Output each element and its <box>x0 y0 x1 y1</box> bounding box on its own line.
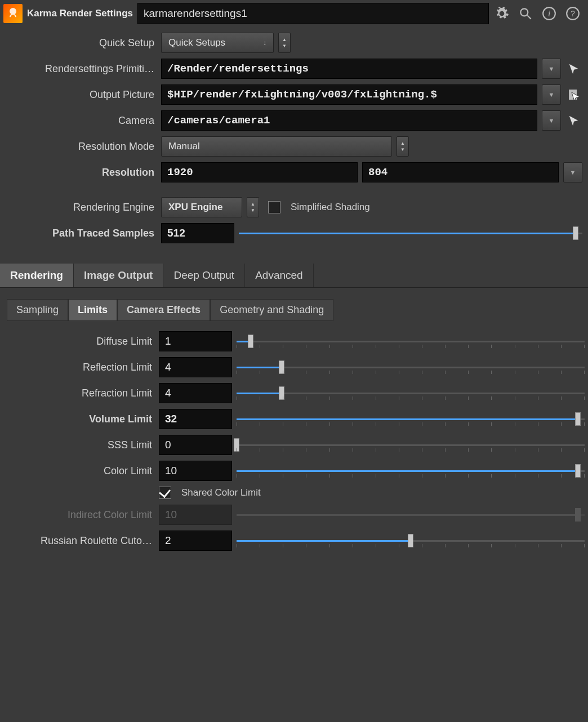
reflection-limit-slider[interactable] <box>237 357 585 377</box>
help-icon[interactable]: ? <box>564 5 581 22</box>
color-limit-slider[interactable] <box>237 461 585 481</box>
russian-roulette-input[interactable] <box>159 531 232 551</box>
resolution-preset-menu[interactable]: ▼ <box>563 162 582 182</box>
tab-deep-output[interactable]: Deep Output <box>163 264 245 287</box>
resolution-x-input[interactable] <box>161 162 358 182</box>
indirect-color-limit-input <box>159 505 232 525</box>
resolution-mode-label: Resolution Mode <box>6 141 157 153</box>
camera-input[interactable] <box>161 110 537 131</box>
subtab-camera-effects[interactable]: Camera Effects <box>117 299 210 321</box>
resolution-mode-value: Manual <box>168 141 200 152</box>
subtab-limits[interactable]: Limits <box>68 299 117 321</box>
tab-image-output[interactable]: Image Output <box>74 264 163 287</box>
output-picture-menu[interactable]: ▼ <box>542 84 561 105</box>
reflection-limit-input[interactable] <box>159 357 232 377</box>
quick-setup-spinner[interactable] <box>278 33 291 53</box>
volume-limit-input[interactable] <box>159 409 232 429</box>
path-traced-input[interactable] <box>161 223 234 243</box>
info-icon[interactable]: i <box>541 5 558 22</box>
chevron-down-icon: ↓ <box>263 39 266 47</box>
russian-roulette-slider[interactable] <box>237 531 585 551</box>
subtab-sampling[interactable]: Sampling <box>7 299 68 321</box>
path-traced-label: Path Traced Samples <box>6 228 157 239</box>
refraction-limit-slider[interactable] <box>237 383 585 403</box>
diffuse-limit-slider[interactable] <box>237 331 585 351</box>
tab-advanced[interactable]: Advanced <box>245 264 314 287</box>
rendering-engine-spinner[interactable] <box>247 197 259 217</box>
camera-menu[interactable]: ▼ <box>542 110 561 131</box>
limits-panel: Diffuse Limit Reflection Limit Refractio… <box>0 329 588 573</box>
svg-text:?: ? <box>571 9 575 18</box>
quick-setup-value: Quick Setups <box>168 37 225 48</box>
main-tabs: Rendering Image Output Deep Output Advan… <box>0 264 588 288</box>
volume-limit-slider[interactable] <box>237 409 585 429</box>
volume-limit-label: Volume Limit <box>3 413 154 425</box>
resolution-mode-dropdown[interactable]: Manual <box>161 136 392 157</box>
quick-setup-dropdown[interactable]: Quick Setups ↓ <box>161 33 274 53</box>
diffuse-limit-label: Diffuse Limit <box>3 336 154 347</box>
rendering-engine-dropdown[interactable]: XPU Engine <box>161 197 242 217</box>
rendersettings-prim-input[interactable] <box>161 59 537 79</box>
simplified-shading-checkbox[interactable] <box>268 201 280 213</box>
diffuse-limit-input[interactable] <box>159 331 232 351</box>
sss-limit-label: SSS Limit <box>3 439 154 451</box>
sss-limit-slider[interactable] <box>237 435 585 455</box>
resolution-y-input[interactable] <box>362 162 559 182</box>
sss-limit-input[interactable] <box>159 435 232 455</box>
select-camera-arrow-icon[interactable] <box>565 112 582 129</box>
svg-line-1 <box>527 15 531 19</box>
gear-icon[interactable] <box>493 5 510 22</box>
rendering-engine-label: Rendering Engine <box>6 202 157 213</box>
shared-color-limit-checkbox[interactable] <box>159 487 171 499</box>
indirect-color-limit-slider <box>237 505 585 525</box>
color-limit-label: Color Limit <box>3 465 154 477</box>
output-picture-input[interactable] <box>161 84 537 105</box>
resolution-mode-spinner[interactable] <box>397 136 409 157</box>
select-prim-arrow-icon[interactable] <box>565 60 582 77</box>
resolution-label: Resolution <box>6 167 157 179</box>
node-type-icon <box>3 4 23 23</box>
rendersettings-prim-label: Rendersettings Primiti… <box>6 63 157 75</box>
refraction-limit-label: Refraction Limit <box>3 387 154 399</box>
header-bar: Karma Render Settings i ? <box>0 0 588 27</box>
indirect-color-limit-label: Indirect Color Limit <box>3 509 154 521</box>
node-name-input[interactable] <box>137 3 489 24</box>
subtab-geometry-shading[interactable]: Geometry and Shading <box>210 299 333 321</box>
color-limit-input[interactable] <box>159 461 232 481</box>
quick-setup-label: Quick Setup <box>6 37 157 49</box>
rendersettings-prim-menu[interactable]: ▼ <box>542 59 561 79</box>
shared-color-limit-label: Shared Color Limit <box>181 487 261 498</box>
panel-title: Karma Render Settings <box>27 8 133 19</box>
parameters-panel: Quick Setup Quick Setups ↓ Rendersetting… <box>0 27 588 255</box>
file-browse-icon[interactable] <box>565 86 582 103</box>
svg-point-0 <box>520 8 528 16</box>
simplified-shading-label: Simplified Shading <box>291 202 370 213</box>
output-picture-label: Output Picture <box>6 89 157 101</box>
russian-roulette-label: Russian Roulette Cuto… <box>3 535 154 547</box>
svg-text:i: i <box>548 8 550 18</box>
camera-label: Camera <box>6 115 157 127</box>
search-icon[interactable] <box>517 5 534 22</box>
tab-rendering[interactable]: Rendering <box>0 264 74 287</box>
reflection-limit-label: Reflection Limit <box>3 362 154 373</box>
path-traced-slider[interactable] <box>239 223 582 243</box>
refraction-limit-input[interactable] <box>159 383 232 403</box>
sub-tabs: Sampling Limits Camera Effects Geometry … <box>7 299 588 321</box>
rendering-engine-value: XPU Engine <box>168 202 222 213</box>
